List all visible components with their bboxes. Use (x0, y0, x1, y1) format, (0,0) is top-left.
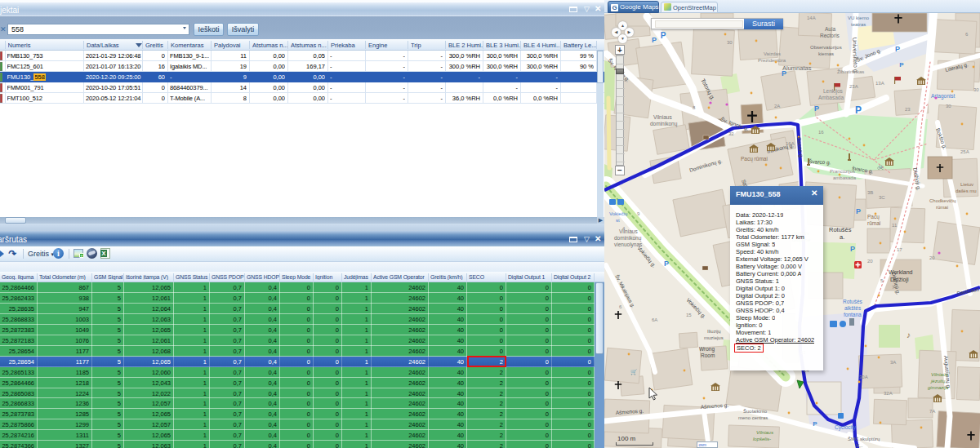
svg-text:3A: 3A (890, 360, 896, 365)
svg-text:P: P (813, 420, 817, 428)
svg-text:Alumnatas: Alumnatas (782, 64, 812, 72)
svg-text:P: P (814, 104, 819, 113)
svg-text:3B: 3B (867, 190, 873, 195)
svg-text:30: 30 (727, 40, 733, 45)
svg-text:dailės mu: dailės mu (956, 189, 977, 193)
svg-text:Lenkijos: Lenkijos (823, 88, 844, 95)
svg-text:Vilniaus: Vilniaus (931, 372, 948, 377)
svg-text:rūmai: rūmai (936, 205, 948, 210)
svg-text:a.: a. (840, 233, 844, 241)
svg-text:23A: 23A (849, 84, 858, 89)
svg-text:20: 20 (929, 255, 935, 260)
svg-text:Rotušės: Rotušės (843, 299, 863, 304)
svg-text:17: 17 (897, 247, 902, 252)
svg-text:16A: 16A (786, 141, 795, 146)
svg-text:st: st (616, 218, 620, 223)
svg-text:muziejus: muziejus (704, 335, 724, 340)
svg-text:Rotušės: Rotušės (829, 226, 852, 233)
svg-text:meno centras: meno centras (738, 415, 768, 420)
svg-text:Observatorijos: Observatorijos (810, 45, 842, 50)
svg-text:7A: 7A (929, 409, 935, 414)
svg-text:2A: 2A (774, 104, 780, 109)
svg-text:30A: 30A (859, 375, 868, 379)
svg-text:6A: 6A (652, 317, 657, 322)
svg-text:Ambasada: Ambasada (818, 95, 844, 100)
svg-text:P: P (652, 36, 657, 44)
svg-text:3C: 3C (879, 195, 885, 200)
svg-text:32A: 32A (884, 391, 893, 396)
svg-text:30: 30 (973, 87, 979, 92)
svg-text:Cyclocity: Cyclocity (835, 424, 857, 431)
svg-text:P: P (782, 69, 786, 78)
svg-text:V...: V... (856, 443, 863, 448)
svg-text:lopšelis-: lopšelis- (753, 437, 771, 441)
svg-text:vienuolynas: vienuolynas (614, 242, 643, 248)
svg-text:25A: 25A (960, 149, 969, 154)
svg-text:jėzuitų: jėzuitų (930, 379, 946, 384)
svg-text:14A: 14A (807, 16, 816, 20)
svg-text:Rectoris: Rectoris (820, 33, 840, 38)
svg-text:20: 20 (867, 259, 873, 264)
svg-text:Artagonist: Artagonist (931, 93, 955, 100)
svg-text:30: 30 (946, 104, 951, 109)
svg-text:ŠMC skulptūrų: ŠMC skulptūrų (848, 437, 880, 441)
svg-text:P: P (855, 104, 862, 116)
svg-text:Pacų rūmai: Pacų rūmai (741, 156, 768, 162)
svg-text:Chodkevičių: Chodkevičių (929, 198, 956, 203)
svg-text:Žibintininkas: Žibintininkas (837, 69, 864, 74)
svg-text:32: 32 (728, 131, 734, 136)
svg-text:teatras: teatras (851, 22, 866, 27)
svg-text:Prezidentūra: Prezidentūra (758, 58, 786, 63)
svg-text:Aula: Aula (825, 26, 835, 32)
svg-text:dominikonų: dominikonų (650, 121, 678, 127)
svg-text:11: 11 (892, 223, 898, 228)
svg-text:Šuolaikinio: Šuolaikinio (743, 409, 768, 414)
svg-text:23: 23 (905, 107, 911, 112)
svg-text:P: P (661, 31, 666, 40)
svg-text:P: P (899, 61, 904, 69)
svg-text:Didžioji: Didžioji (890, 277, 909, 283)
svg-text:Vokiečių: Vokiečių (609, 211, 628, 216)
svg-text:gimnazija: gimnazija (928, 385, 949, 390)
svg-text:13A: 13A (875, 81, 884, 86)
svg-text:VU kiemo: VU kiemo (848, 16, 870, 20)
svg-text:Wrong: Wrong (699, 346, 715, 353)
svg-text:Iliuzijų: Iliuzijų (707, 329, 721, 334)
svg-text:P: P (664, 259, 669, 268)
svg-text:dominikonų: dominikonų (614, 235, 642, 242)
svg-text:rūmai: rūmai (867, 220, 880, 226)
svg-text:15: 15 (686, 313, 692, 317)
svg-text:Vaizdas: Vaizdas (764, 51, 781, 56)
svg-text:🚲: 🚲 (877, 162, 884, 170)
svg-text:kiemas: kiemas (818, 51, 834, 56)
svg-text:ambasada: ambasada (833, 175, 857, 180)
svg-text:Workland: Workland (889, 269, 913, 275)
svg-text:aikštės: aikštės (844, 305, 862, 311)
svg-text:Pacų: Pacų (867, 214, 880, 220)
svg-text:16: 16 (818, 130, 824, 135)
svg-text:P: P (850, 245, 855, 253)
svg-text:Vilniaus: Vilniaus (653, 114, 672, 120)
svg-text:P: P (895, 45, 900, 53)
svg-text:P: P (856, 207, 861, 215)
svg-text:Room: Room (701, 353, 715, 358)
svg-text:Vilniaus: Vilniaus (756, 430, 773, 435)
svg-text:🛒: 🛒 (630, 368, 638, 375)
svg-text:♪: ♪ (906, 330, 911, 339)
svg-text:Prancūzijos: Prancūzijos (830, 169, 855, 174)
svg-text:fontana: fontana (844, 312, 862, 317)
svg-text:Lietuv: Lietuv (960, 182, 973, 187)
